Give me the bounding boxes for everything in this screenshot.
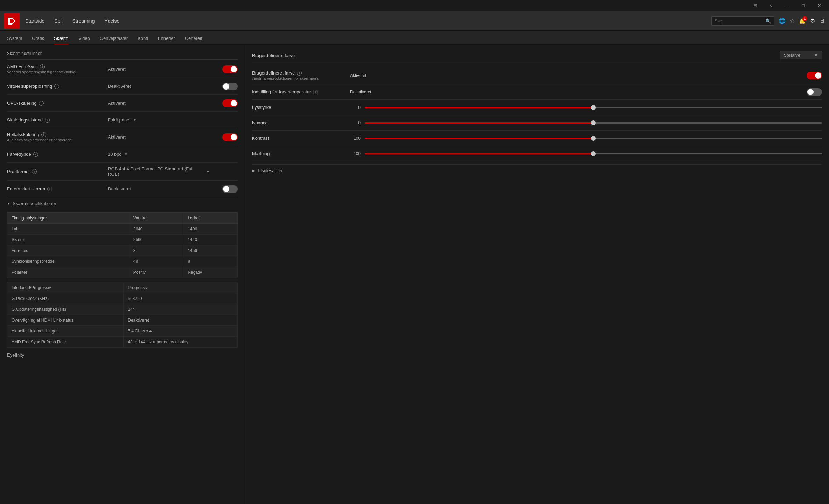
kontrast-slider[interactable]	[365, 138, 822, 139]
title-bar: ⊞ ○ — □ ✕	[0, 0, 829, 11]
tab-generelt[interactable]: Generelt	[185, 33, 202, 44]
tab-genvejstaster[interactable]: Genvejstaster	[100, 33, 128, 44]
setting-amd-freesync: AMD FreeSync i Variabel opdateringshasti…	[7, 61, 238, 78]
info-icon-heltals[interactable]: i	[41, 132, 46, 137]
pixelformat-dropdown[interactable]: RGB 4:4:4 Pixel Format PC Standard (Full…	[108, 166, 210, 177]
color-toggle	[794, 88, 822, 96]
nuance-slider[interactable]	[365, 122, 822, 124]
color-label: Lysstyrke	[252, 105, 350, 110]
setting-sublabel: Alle heltalsskalereringer er centrerede.	[7, 138, 105, 142]
color-sublabel: Ændr farveproduktionen for skærmen's	[252, 76, 350, 80]
minimize-button[interactable]: —	[779, 0, 795, 11]
nav-ydelse[interactable]: Ydelse	[104, 17, 119, 25]
setting-label: Pixelformat i	[7, 169, 105, 174]
amd-logo	[4, 13, 20, 29]
setting-label: AMD FreeSync i	[7, 64, 105, 69]
slider-fill	[365, 122, 593, 124]
tab-grafik[interactable]: Grafik	[32, 33, 44, 44]
slider-value: 0	[350, 120, 361, 125]
info-icon-gpu[interactable]: i	[39, 101, 44, 106]
info-icon-virtuel[interactable]: i	[54, 84, 59, 89]
table-row: G.Pixel Clock (KHz) 568720	[7, 293, 238, 304]
titlebar-grid-icon[interactable]: ⊞	[747, 0, 763, 11]
info-icon-farvetemperatur[interactable]: i	[313, 90, 318, 94]
nav-spil[interactable]: Spil	[54, 17, 62, 25]
slider-thumb[interactable]	[591, 105, 596, 110]
table-row: Forreces 8 1456	[7, 245, 238, 256]
sub-nav: System Grafik Skærm Video Genvejstaster …	[0, 31, 829, 45]
slider-kontrast-row: Kontrast 100	[252, 131, 822, 146]
setting-value: Deaktiveret	[105, 186, 210, 191]
star-icon[interactable]: ☆	[790, 18, 795, 24]
info-icon-freesync[interactable]: i	[40, 64, 45, 69]
toggle-brugerdefineret[interactable]	[807, 72, 822, 79]
slider-thumb[interactable]	[591, 120, 596, 125]
chevron-down-icon: ▼	[124, 152, 128, 156]
search-icon: 🔍	[765, 18, 771, 24]
specs-table-2: Interlaced/Progressiv Progressiv G.Pixel…	[7, 282, 238, 348]
nav-right: 🔍 🌐 ☆ 🔔 1 ⚙ 🖥	[711, 16, 825, 26]
nav-bar: Startside Spil Streaming Ydelse 🔍 🌐 ☆ 🔔 …	[0, 11, 829, 31]
info-icon-skalering[interactable]: i	[45, 118, 50, 122]
toggle-amd-freesync[interactable]	[222, 65, 238, 73]
info-icon-pixelformat[interactable]: i	[32, 169, 37, 174]
nav-streaming[interactable]: Streaming	[72, 17, 95, 25]
info-icon-farvedybde[interactable]: i	[33, 152, 38, 157]
setting-gpu-skalering: GPU-skalering i Aktiveret	[7, 95, 238, 112]
tab-video[interactable]: Video	[78, 33, 90, 44]
farvedybde-dropdown[interactable]: 10 bpc ▼	[108, 152, 210, 157]
color-label: Kontrast	[252, 135, 350, 141]
chevron-down-icon: ▼	[814, 53, 818, 58]
table-row: Synkroniseringsbredde 48 8	[7, 256, 238, 267]
tab-enheder[interactable]: Enheder	[158, 33, 175, 44]
table-row: Interlaced/Progressiv Progressiv	[7, 282, 238, 293]
tab-system[interactable]: System	[7, 33, 22, 44]
toggle-gpu-skalering[interactable]	[222, 99, 238, 107]
gear-icon[interactable]: ⚙	[810, 18, 815, 24]
skaleringstilstand-dropdown[interactable]: Fuldt panel ▼	[108, 117, 210, 122]
specs-toggle[interactable]: ▼ Skærmspecifikationer	[7, 197, 238, 210]
setting-label: Virtuel superopløsning i	[7, 84, 105, 89]
titlebar-circle-icon[interactable]: ○	[763, 0, 779, 11]
toggle-virtuel-superoplosning[interactable]	[222, 83, 238, 90]
col-vandret: Vandret	[129, 213, 183, 224]
toggle-foretrukket-skaerm[interactable]	[222, 185, 238, 193]
info-icon-foretrukket[interactable]: i	[47, 187, 52, 191]
setting-label-group: Farvedybde i	[7, 152, 105, 157]
col-timing: Timing-oplysninger	[7, 213, 129, 224]
tab-skaerm[interactable]: Skærm	[54, 33, 69, 44]
eyefinity-label: Eyefinity	[7, 348, 238, 360]
slider-thumb[interactable]	[591, 151, 596, 156]
slider-value: 0	[350, 105, 361, 110]
search-input[interactable]	[715, 19, 763, 23]
setting-control	[210, 133, 238, 141]
search-box[interactable]: 🔍	[711, 16, 774, 26]
setting-foretrukket-skaerm: Foretrukket skærm i Deaktiveret	[7, 181, 238, 197]
setting-value: 10 bpc ▼	[105, 152, 210, 157]
lysstyrke-slider[interactable]	[365, 107, 822, 108]
toggle-knob	[815, 72, 821, 79]
setting-control	[210, 99, 238, 107]
slider-thumb[interactable]	[591, 136, 596, 141]
close-button[interactable]: ✕	[811, 0, 828, 11]
toggle-knob	[223, 83, 229, 90]
setting-label: Foretrukket skærm i	[7, 186, 105, 191]
tab-konti[interactable]: Konti	[138, 33, 148, 44]
tilsidesaetter-toggle[interactable]: ▶ Tilsidesætter	[252, 164, 822, 177]
toggle-heltalsskalering[interactable]	[222, 133, 238, 141]
setting-farvedybde: Farvedybde i 10 bpc ▼	[7, 146, 238, 163]
maetning-slider[interactable]	[365, 153, 822, 154]
monitor-icon[interactable]: 🖥	[819, 18, 825, 24]
notification-wrapper[interactable]: 🔔 1	[799, 18, 806, 24]
table-row: Skærm 2560 1440	[7, 234, 238, 245]
maximize-button[interactable]: □	[795, 0, 811, 11]
chevron-down-icon: ▼	[7, 202, 11, 205]
nav-startside[interactable]: Startside	[25, 17, 44, 25]
setting-control	[210, 65, 238, 73]
toggle-farvetemperatur[interactable]	[807, 88, 822, 96]
color-profile-dropdown[interactable]: Spilfarve ▼	[780, 51, 822, 59]
setting-label-group: Foretrukket skærm i	[7, 186, 105, 191]
table-row: Aktuelle Link-indstillinger 5.4 Gbps x 4	[7, 326, 238, 337]
info-icon-brugerdefineret[interactable]: i	[297, 71, 302, 76]
globe-icon[interactable]: 🌐	[779, 18, 786, 24]
